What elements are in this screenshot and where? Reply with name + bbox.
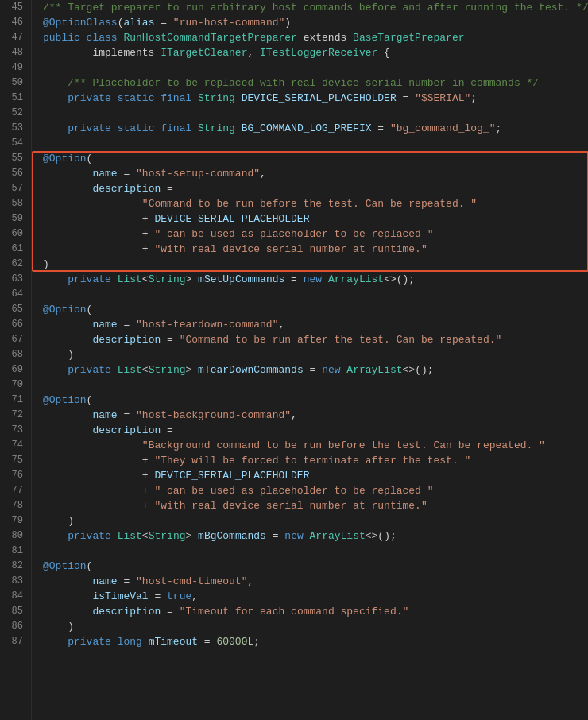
code-line: "Background command to be run before the… (40, 438, 588, 453)
token-at: @Option (43, 394, 87, 406)
token-string: "host-setup-command" (136, 168, 260, 180)
token-plain (43, 168, 92, 180)
code-line: "Command to be run before the test. Can … (40, 196, 588, 211)
token-class: String (149, 273, 186, 285)
token-plain: <>(); (366, 530, 397, 542)
token-keyword: true (167, 590, 191, 602)
code-line: /** Placeholder to be replaced with real… (40, 75, 588, 91)
token-plain: , (247, 47, 260, 59)
token-class: List (118, 530, 142, 542)
token-plain: ) (284, 17, 291, 29)
line-numbers: 4546474849505152535455565758596061626364… (0, 0, 32, 720)
token-plain: < (142, 364, 149, 376)
token-param: name (92, 319, 117, 331)
token-string: " can be used as placeholder to be repla… (154, 485, 433, 497)
code-line: private static final String BG_COMMAND_L… (40, 121, 588, 136)
token-class: BaseTargetPreparer (353, 32, 464, 44)
code-line: @Option( (40, 302, 588, 317)
token-class: ArrayList (310, 530, 366, 542)
line-number: 49 (6, 60, 23, 75)
token-param: description (92, 606, 161, 617)
code-line: name = "host-teardown-command", (40, 317, 588, 332)
token-at: @Option (43, 153, 87, 165)
token-param: description (92, 183, 161, 195)
code-line: description = (40, 423, 588, 438)
token-plain (43, 273, 68, 285)
token-plain: , (260, 168, 266, 180)
line-number: 59 (6, 211, 23, 226)
token-string: "Command to be run before the test. Can … (142, 198, 477, 210)
line-number: 79 (6, 513, 23, 528)
line-number: 87 (6, 634, 23, 649)
token-const: DEVICE_SERIAL_PLACEHOLDER (154, 470, 309, 482)
token-class: ArrayList (346, 364, 402, 376)
token-param: mSetUpCommands (198, 273, 284, 285)
line-number: 86 (6, 619, 23, 634)
token-string: "host-teardown-command" (136, 319, 278, 331)
code-line: description = "Timeout for each command … (40, 604, 588, 619)
token-string: "$SERIAL" (415, 92, 470, 104)
token-keyword: public class (43, 32, 123, 44)
token-plain (43, 636, 68, 648)
token-plain (43, 606, 92, 617)
token-class: RunHostCommandTargetPreparer (123, 32, 296, 44)
line-number: 66 (6, 317, 23, 332)
token-plain (43, 575, 92, 587)
token-plain: = (161, 183, 173, 195)
token-plain (43, 198, 142, 210)
token-string: " can be used as placeholder to be repla… (154, 228, 433, 240)
token-plain: = (149, 590, 167, 602)
token-param: name (92, 409, 117, 421)
line-number: 55 (6, 151, 23, 166)
token-plain: > (185, 364, 198, 376)
token-plain: + (43, 470, 154, 482)
token-plain: = (118, 575, 136, 587)
token-at: @OptionClass (43, 17, 118, 29)
code-line: ) (40, 347, 588, 362)
code-line: private List<String> mSetUpCommands = ne… (40, 272, 588, 287)
token-keyword: private long (68, 636, 148, 648)
token-plain: > (185, 530, 198, 542)
token-plain (43, 424, 92, 436)
token-plain: + (43, 228, 154, 240)
token-plain: ) (43, 515, 74, 527)
code-container: 4546474849505152535455565758596061626364… (0, 0, 588, 720)
token-keyword: private (68, 530, 117, 542)
line-number: 64 (6, 287, 23, 302)
code-line (40, 136, 588, 151)
token-plain: < (142, 273, 149, 285)
token-param: alias (123, 17, 154, 29)
token-plain: = (161, 424, 173, 436)
token-keyword: private static final (68, 122, 198, 134)
token-class: String (149, 530, 186, 542)
token-plain: < (142, 530, 149, 542)
line-number: 65 (6, 302, 23, 317)
line-number: 63 (6, 272, 23, 287)
token-plain: = (154, 17, 172, 29)
code-line: implements ITargetCleaner, ITestLoggerRe… (40, 45, 588, 60)
token-param: isTimeVal (92, 590, 148, 602)
line-number: 84 (6, 589, 23, 604)
line-number: 54 (6, 136, 23, 151)
token-keyword: new (284, 530, 309, 542)
token-plain: = (161, 334, 179, 346)
code-line: name = "host-setup-command", (40, 166, 588, 181)
token-plain: = (304, 364, 322, 376)
token-param: mTimeout (149, 636, 198, 648)
code-line (40, 287, 588, 302)
token-string: "run-host-command" (173, 17, 284, 29)
code-line: name = "host-background-command", (40, 408, 588, 423)
token-plain: = (198, 636, 216, 648)
token-plain (43, 334, 92, 346)
token-plain: ( (87, 304, 93, 315)
token-plain: = (284, 273, 303, 285)
token-string: "with real device serial number at runti… (154, 500, 427, 512)
line-number: 68 (6, 347, 23, 362)
token-param: mBgCommands (198, 530, 266, 542)
token-const: DEVICE_SERIAL_PLACEHOLDER (154, 213, 309, 225)
code-line: isTimeVal = true, (40, 589, 588, 604)
line-number: 45 (6, 0, 23, 15)
token-plain: ; (470, 92, 477, 104)
token-const: BG_COMMAND_LOG_PREFIX (242, 122, 372, 134)
token-at: @Option (43, 560, 87, 572)
